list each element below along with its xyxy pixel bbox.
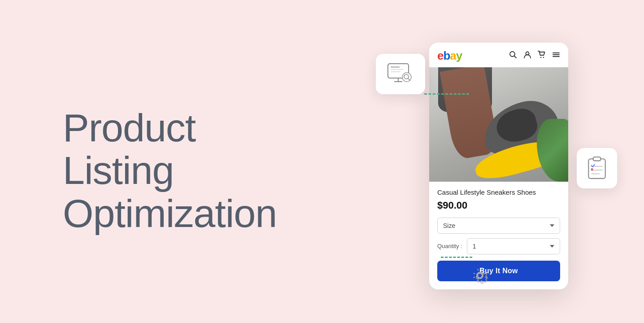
size-select[interactable]: Size US 6 US 7 US 8 US 9 US 10 xyxy=(437,218,560,234)
shoe-visual xyxy=(429,67,568,182)
svg-rect-18 xyxy=(593,157,601,161)
buy-it-now-button[interactable]: Buy It Now xyxy=(437,261,560,281)
floating-checklist-box xyxy=(577,148,617,188)
svg-line-10 xyxy=(514,56,517,58)
svg-rect-1 xyxy=(391,66,400,68)
svg-rect-2 xyxy=(391,69,403,70)
headline-line3: Optimization xyxy=(63,192,353,235)
product-price: $90.00 xyxy=(437,200,560,211)
product-info: Casual Lifestyle Sneakers Shoes $90.00 S… xyxy=(429,182,568,289)
headline-line2: Listing xyxy=(63,149,353,192)
checklist-icon xyxy=(586,156,608,180)
product-title: Casual Lifestyle Sneakers Shoes xyxy=(437,188,560,197)
right-section: ebay xyxy=(353,0,644,323)
menu-icon[interactable] xyxy=(552,51,560,61)
user-icon[interactable] xyxy=(523,51,531,61)
svg-point-13 xyxy=(543,57,544,58)
ebay-logo-y: y xyxy=(456,49,462,62)
svg-point-12 xyxy=(540,57,542,58)
search-icon[interactable] xyxy=(509,51,517,61)
headline-text: Product Listing Optimization xyxy=(63,106,353,234)
cart-icon[interactable] xyxy=(538,51,546,61)
dashed-line-bottom xyxy=(441,257,472,258)
gear-icon-container xyxy=(470,266,490,287)
plant-leaf xyxy=(537,119,568,182)
ebay-logo: ebay xyxy=(437,49,462,63)
dashed-line-top xyxy=(424,93,469,95)
svg-rect-3 xyxy=(391,71,400,72)
gear-icon xyxy=(470,266,490,285)
floating-monitor-box xyxy=(376,54,425,94)
ebay-logo-b: b xyxy=(443,49,450,62)
ebay-card: ebay xyxy=(429,43,568,289)
product-image xyxy=(429,67,568,182)
ebay-logo-e: e xyxy=(437,49,443,62)
monitor-search-icon xyxy=(386,62,415,86)
left-section: Product Listing Optimization xyxy=(0,88,353,234)
quantity-label: Quantity : xyxy=(437,243,462,249)
page-container: Product Listing Optimization xyxy=(0,0,644,323)
ebay-logo-a: a xyxy=(450,49,456,62)
quantity-select[interactable]: 1 2 3 4 5 xyxy=(467,238,560,254)
ebay-header: ebay xyxy=(429,43,568,67)
quantity-row: Quantity : 1 2 3 4 5 xyxy=(437,238,560,254)
ebay-nav-icons xyxy=(509,51,560,61)
headline-line1: Product xyxy=(63,106,353,149)
